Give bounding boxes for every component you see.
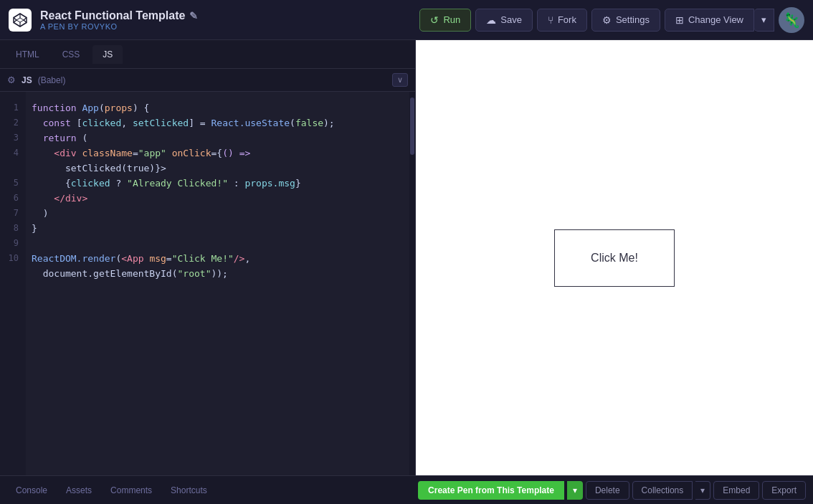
change-view-group: ⊞ Change View ▾	[665, 9, 774, 32]
comments-tab[interactable]: Comments	[102, 482, 161, 499]
code-editor: 1 2 3 4 5 6 7 8 9 10 function App(props)…	[0, 92, 415, 475]
svg-marker-1	[16, 18, 24, 22]
fork-button[interactable]: ⑂ Fork	[537, 9, 587, 32]
pen-title-text: React Functional Template	[40, 9, 185, 22]
js-settings-icon[interactable]: ⚙	[7, 75, 16, 85]
editor-panel: HTML CSS JS ⚙ JS (Babel) ∨ 1 2 3 4 5 6 7	[0, 40, 416, 475]
js-panel-header: ⚙ JS (Babel) ∨	[0, 69, 415, 92]
save-icon: ☁	[486, 14, 496, 26]
code-line: const [clicked, setClicked] = React.useS…	[32, 115, 404, 130]
embed-button[interactable]: Embed	[713, 481, 759, 500]
header: React Functional Template ✎ A PEN BY rov…	[0, 0, 813, 40]
fork-icon: ⑂	[548, 14, 553, 26]
line-numbers: 1 2 3 4 5 6 7 8 9 10	[0, 92, 26, 475]
main-area: HTML CSS JS ⚙ JS (Babel) ∨ 1 2 3 4 5 6 7	[0, 40, 813, 475]
run-icon: ↺	[430, 14, 439, 26]
code-line: ReactDOM.render(<App msg="Click Me!"/>,	[32, 251, 404, 266]
shortcuts-tab[interactable]: Shortcuts	[162, 482, 216, 499]
code-line: )	[32, 206, 404, 221]
run-button[interactable]: ↺ Run	[419, 9, 471, 32]
code-line: </div>	[32, 191, 404, 206]
delete-button[interactable]: Delete	[586, 481, 629, 500]
layout-icon: ⊞	[675, 14, 684, 26]
click-me-box[interactable]: Click Me!	[554, 229, 675, 287]
collapse-button[interactable]: ∨	[392, 73, 408, 87]
change-view-button[interactable]: ⊞ Change View	[665, 9, 754, 32]
bottom-tabs: Console Assets Comments Shortcuts	[7, 482, 216, 499]
tab-html[interactable]: HTML	[6, 45, 49, 64]
pen-subtitle: A PEN BY rovyko	[40, 22, 411, 31]
tab-css[interactable]: CSS	[52, 45, 90, 64]
js-label: JS	[22, 75, 32, 85]
export-button[interactable]: Export	[762, 481, 806, 500]
code-line: return (	[32, 130, 404, 146]
code-line: document.getElementById("root"));	[32, 266, 404, 281]
code-line	[32, 236, 404, 251]
editor-tabs: HTML CSS JS	[0, 40, 415, 69]
header-actions: ↺ Run ☁ Save ⑂ Fork ⚙ Settings ⊞ Change …	[419, 7, 804, 33]
scrollbar[interactable]	[409, 92, 415, 475]
console-tab[interactable]: Console	[7, 482, 56, 499]
code-line: <div className="app" onClick={() =>	[32, 146, 404, 161]
settings-button[interactable]: ⚙ Settings	[591, 9, 660, 32]
code-content[interactable]: function App(props) { const [clicked, se…	[26, 92, 409, 475]
code-line: setClicked(true)}>	[32, 161, 404, 176]
codepen-logo	[9, 9, 32, 32]
create-pen-button[interactable]: Create Pen from This Template	[418, 481, 564, 500]
code-line: }	[32, 221, 404, 236]
code-line: function App(props) {	[32, 100, 404, 115]
pen-title: React Functional Template ✎	[40, 9, 411, 22]
tab-js[interactable]: JS	[92, 45, 123, 64]
assets-tab[interactable]: Assets	[57, 482, 100, 499]
js-panel-left: ⚙ JS (Babel)	[7, 75, 65, 85]
title-block: React Functional Template ✎ A PEN BY rov…	[40, 9, 411, 31]
click-me-text: Click Me!	[591, 252, 638, 264]
collections-dropdown[interactable]: ▾	[695, 481, 710, 500]
preview-panel: Click Me!	[416, 40, 813, 475]
save-button[interactable]: ☁ Save	[475, 9, 533, 32]
create-pen-dropdown[interactable]: ▾	[567, 481, 583, 500]
edit-icon[interactable]: ✎	[189, 10, 198, 22]
gear-icon: ⚙	[602, 14, 612, 26]
bottom-bar: Console Assets Comments Shortcuts Create…	[0, 475, 813, 504]
babel-label: (Babel)	[38, 75, 66, 85]
scrollbar-thumb	[410, 98, 414, 155]
code-line: {clicked ? "Already Clicked!" : props.ms…	[32, 176, 404, 191]
bottom-actions: Create Pen from This Template ▾ Delete C…	[418, 481, 806, 500]
collections-button[interactable]: Collections	[632, 481, 693, 500]
user-avatar[interactable]: 🦎	[779, 7, 804, 33]
change-view-dropdown[interactable]: ▾	[754, 9, 774, 32]
